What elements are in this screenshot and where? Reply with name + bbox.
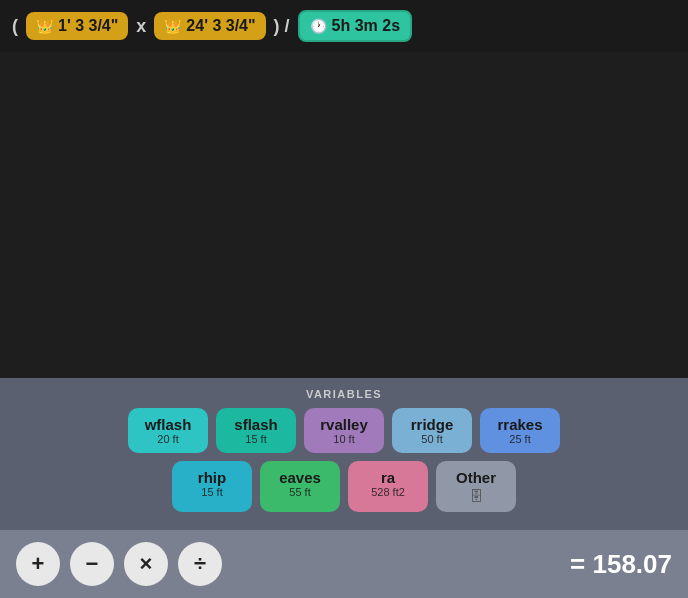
clock-icon: 🕐 [310, 18, 327, 34]
var-chip-rridge[interactable]: rridge50 ft [392, 408, 472, 453]
multiply-button[interactable]: × [124, 542, 168, 586]
close-paren-slash: ) / [274, 16, 290, 37]
chip-time[interactable]: 🕐 5h 3m 2s [298, 10, 412, 42]
var-chip-name: eaves [279, 469, 321, 486]
var-chip-value: 20 ft [157, 433, 178, 445]
chip2-label: 24' 3 3/4" [186, 17, 255, 35]
var-chip-value: 50 ft [421, 433, 442, 445]
variables-label: VARIABLES [12, 388, 676, 400]
op-buttons: + − × ÷ [16, 542, 222, 586]
divide-button[interactable]: ÷ [178, 542, 222, 586]
var-chip-sflash[interactable]: sflash15 ft [216, 408, 296, 453]
add-button[interactable]: + [16, 542, 60, 586]
var-chip-name: rridge [411, 416, 454, 433]
var-chip-value: 25 ft [509, 433, 530, 445]
chip1-label: 1' 3 3/4" [58, 17, 118, 35]
var-chip-wflash[interactable]: wflash20 ft [128, 408, 208, 453]
open-paren: ( [12, 16, 18, 37]
toolbar: + − × ÷ = 158.07 [0, 530, 688, 598]
chip-dimension-1[interactable]: 👑 1' 3 3/4" [26, 12, 128, 40]
var-chip-value: 10 ft [333, 433, 354, 445]
multiply-op: x [136, 16, 146, 37]
var-chip-value: 528 ft2 [371, 486, 405, 498]
crown-icon-1: 👑 [36, 18, 53, 34]
var-chip-name: wflash [145, 416, 192, 433]
crown-icon-2: 👑 [164, 18, 181, 34]
canvas-area[interactable] [0, 52, 688, 378]
variables-row-2: rhip15 fteaves55 ftra528 ft2Other🗄 [12, 461, 676, 512]
var-chip-name: sflash [234, 416, 277, 433]
var-chip-name: rrakes [497, 416, 542, 433]
var-chip-name: rvalley [320, 416, 368, 433]
var-chip-value: 15 ft [245, 433, 266, 445]
subtract-button[interactable]: − [70, 542, 114, 586]
variables-panel: VARIABLES wflash20 ftsflash15 ftrvalley1… [0, 378, 688, 530]
var-chip-ra[interactable]: ra528 ft2 [348, 461, 428, 512]
var-chip-name: ra [381, 469, 395, 486]
var-chip-name: rhip [198, 469, 226, 486]
var-chip-name: Other [456, 469, 496, 486]
variables-row-1: wflash20 ftsflash15 ftrvalley10 ftrridge… [12, 408, 676, 453]
var-chip-rhip[interactable]: rhip15 ft [172, 461, 252, 512]
storage-icon: 🗄 [469, 488, 483, 504]
var-chip-rrakes[interactable]: rrakes25 ft [480, 408, 560, 453]
var-chip-value: 55 ft [289, 486, 310, 498]
var-chip-rvalley[interactable]: rvalley10 ft [304, 408, 384, 453]
var-chip-other[interactable]: Other🗄 [436, 461, 516, 512]
chip-dimension-2[interactable]: 👑 24' 3 3/4" [154, 12, 265, 40]
top-bar: ( 👑 1' 3 3/4" x 👑 24' 3 3/4" ) / 🕐 5h 3m… [0, 0, 688, 52]
chip3-label: 5h 3m 2s [332, 17, 400, 35]
var-chip-value: 15 ft [201, 486, 222, 498]
result-display: = 158.07 [570, 549, 672, 580]
var-chip-eaves[interactable]: eaves55 ft [260, 461, 340, 512]
